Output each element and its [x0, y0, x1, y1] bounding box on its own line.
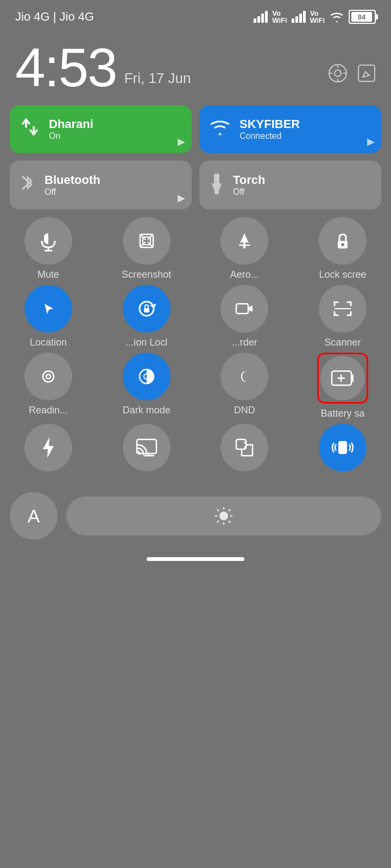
- cast-circle: [123, 424, 171, 471]
- svg-line-50: [217, 509, 219, 511]
- wifi-tile-icon: [209, 117, 231, 141]
- dnd-item[interactable]: DND: [209, 353, 280, 419]
- batterysaver-label: Battery sa: [320, 408, 364, 419]
- scanner-circle: [319, 285, 367, 333]
- svg-rect-44: [338, 441, 347, 454]
- svg-rect-16: [215, 191, 219, 194]
- reading-item[interactable]: Readin...: [13, 353, 84, 419]
- wifi-tile[interactable]: SKYFIBER Connected ▶: [199, 105, 381, 153]
- flash-item[interactable]: [13, 424, 84, 471]
- darkmode-circle: [123, 353, 171, 400]
- svg-point-9: [335, 70, 341, 76]
- status-bar: Jio 4G | Jio 4G VoWiFi VoWiFi 84: [0, 0, 391, 29]
- edit-icon[interactable]: [357, 64, 376, 86]
- aeroplane-item[interactable]: Aero...: [209, 217, 280, 280]
- batterysaver-circle: [320, 356, 365, 400]
- status-icons: VoWiFi VoWiFi 84: [254, 10, 376, 24]
- svg-line-52: [217, 521, 219, 522]
- scanner-item[interactable]: Scanner: [307, 285, 378, 348]
- shortcut-circle: [220, 424, 268, 471]
- svg-rect-29: [144, 308, 149, 312]
- svg-rect-7: [303, 11, 306, 23]
- svg-rect-15: [214, 174, 219, 183]
- location-item[interactable]: Location: [13, 285, 84, 348]
- lockrotation-circle: [123, 285, 171, 333]
- mobile-data-label: Dharani: [49, 117, 93, 131]
- font-size-button[interactable]: A: [10, 492, 58, 540]
- time-section: 4:53 Fri, 17 Jun: [0, 29, 391, 100]
- wifi-expand: ▶: [367, 136, 375, 148]
- torch-sublabel: Off: [233, 187, 265, 197]
- cast-item[interactable]: [111, 424, 182, 471]
- icon-row-3: Readin... Dark mode: [10, 353, 381, 419]
- top-tiles-row: Dharani On ▶ SKYFIBER Connected ▶: [10, 105, 381, 153]
- bluetooth-label: Bluetooth: [45, 173, 100, 187]
- screenshot-item[interactable]: Screenshot: [111, 217, 182, 280]
- vowifi2: VoWiFi: [310, 10, 325, 24]
- date-display: Fri, 17 Jun: [124, 70, 191, 87]
- carrier-text: Jio 4G | Jio 4G: [15, 10, 94, 24]
- dnd-label: DND: [234, 405, 255, 416]
- location-label: Location: [30, 337, 67, 348]
- screenrecorder-circle: [220, 285, 268, 333]
- shortcut-item[interactable]: [209, 424, 280, 471]
- home-indicator[interactable]: [0, 545, 391, 569]
- quick-tiles: Dharani On ▶ SKYFIBER Connected ▶: [0, 100, 391, 484]
- brightness-slider[interactable]: [66, 496, 381, 535]
- mobile-data-expand: ▶: [178, 136, 185, 148]
- lockrotation-label: ...ion Locl: [125, 337, 167, 348]
- settings-icon[interactable]: [328, 63, 348, 87]
- svg-line-53: [229, 509, 230, 511]
- screenrecorder-item[interactable]: ...rder: [209, 285, 280, 348]
- lockrotation-item[interactable]: ...ion Locl: [111, 285, 182, 348]
- flash-circle: [24, 424, 72, 471]
- mobile-data-tile[interactable]: Dharani On ▶: [10, 105, 192, 153]
- wifi-tile-label: SKYFIBER: [239, 117, 300, 131]
- bottom-controls: A: [0, 484, 391, 545]
- lockscreen-circle: [319, 217, 367, 265]
- svg-rect-5: [295, 16, 298, 23]
- torch-tile[interactable]: Torch Off: [199, 161, 381, 209]
- font-size-label: A: [28, 506, 40, 527]
- location-circle: [24, 285, 72, 333]
- mute-label: Mute: [37, 269, 59, 280]
- svg-rect-0: [254, 18, 256, 23]
- vibrate-item[interactable]: [307, 424, 378, 471]
- bluetooth-tile[interactable]: Bluetooth Off ▶: [10, 161, 192, 209]
- svg-point-33: [46, 374, 51, 379]
- home-bar: [147, 557, 244, 561]
- screenshot-circle: [123, 217, 171, 265]
- signal-icon-2: [292, 11, 306, 23]
- torch-icon: [209, 174, 224, 196]
- mute-item[interactable]: Mute: [13, 217, 84, 280]
- mid-tiles-row: Bluetooth Off ▶ Torch Off: [10, 161, 381, 209]
- svg-line-51: [229, 521, 230, 522]
- screenshot-label: Screenshot: [122, 269, 171, 280]
- mobile-data-icon: [20, 116, 40, 142]
- battery-indicator: 84: [349, 10, 376, 24]
- svg-rect-2: [261, 14, 264, 23]
- svg-rect-37: [351, 374, 354, 382]
- svg-rect-4: [292, 18, 294, 23]
- aeroplane-label: Aero...: [230, 269, 259, 280]
- vibrate-circle: [319, 424, 367, 471]
- batterysaver-item[interactable]: Battery sa: [307, 353, 378, 419]
- svg-rect-3: [265, 11, 268, 23]
- lockscreen-label: Lock scree: [319, 269, 366, 280]
- wifi-status-icon: [329, 11, 344, 23]
- lockscreen-item[interactable]: Lock scree: [307, 217, 378, 280]
- bluetooth-sublabel: Off: [45, 187, 100, 197]
- dnd-circle: [220, 353, 268, 400]
- svg-rect-1: [257, 16, 260, 23]
- vowifi1: VoWiFi: [272, 10, 287, 24]
- mobile-data-sublabel: On: [49, 131, 93, 141]
- clock-time: 4:53: [15, 40, 117, 94]
- scanner-label: Scanner: [324, 337, 361, 348]
- reading-circle: [24, 353, 72, 400]
- svg-rect-6: [299, 14, 302, 23]
- bluetooth-expand: ▶: [178, 192, 185, 204]
- darkmode-label: Dark mode: [123, 405, 171, 416]
- darkmode-item[interactable]: Dark mode: [111, 353, 182, 419]
- wifi-tile-sublabel: Connected: [239, 131, 300, 141]
- svg-rect-30: [236, 304, 248, 314]
